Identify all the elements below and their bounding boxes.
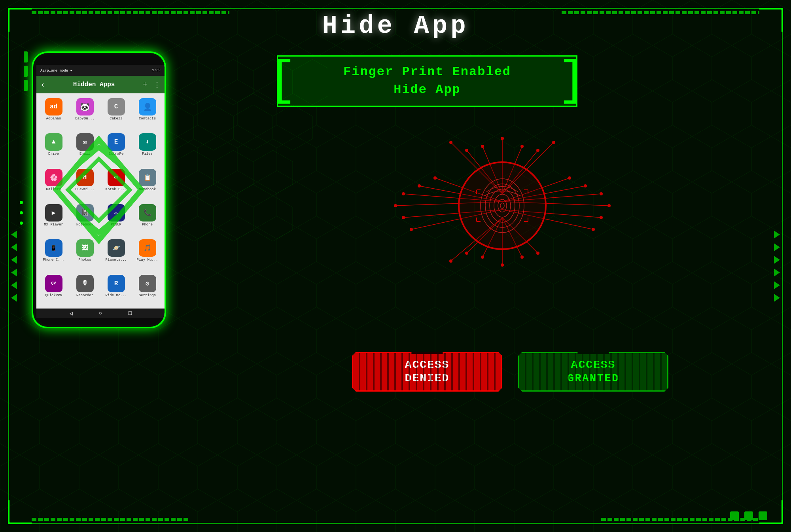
app-label: Planets... [105,258,127,262]
right-panel: Finger Print Enabled Hide App [245,44,759,399]
app-icon-penup: ✏ [108,204,125,222]
top-bar-left [32,11,229,14]
list-item[interactable]: ✏ PENUP [101,202,131,235]
list-item[interactable]: 🪐 Planets... [101,237,131,271]
phone-status-bar: Airplane mode ✈ 1:39 [36,65,165,76]
list-item[interactable]: C Cakezz [101,96,131,129]
phone-app-header: ‹ Hidden Apps + ⋮ [36,76,165,93]
list-item[interactable]: ad AdBanao [39,96,68,129]
svg-point-49 [536,252,539,255]
app-label: BabyBu... [75,117,95,121]
app-icon-notebook2: 📓 [76,204,94,222]
svg-point-39 [592,228,595,231]
fingerprint-visual [388,123,617,281]
app-icon-planets: 🪐 [108,239,125,257]
access-granted-text: ACCESS GRANTED [567,358,619,385]
list-item[interactable]: H Huawei... [70,167,100,200]
list-item[interactable]: 🌸 Gallery [39,167,68,200]
app-icon-babybu: 🐼 [76,98,94,115]
app-icon-extrape: E [108,133,125,151]
app-label: Recorder [76,293,93,297]
list-item[interactable]: QV QuickVPN [39,273,68,306]
list-item[interactable]: 📱 Phone C... [39,237,68,271]
app-label: Photos [78,258,91,262]
app-icon-phonec: 📱 [45,239,62,257]
app-label: QuickVPN [45,293,62,297]
status-right: 1:39 [152,68,161,72]
back-button[interactable]: ‹ [40,80,45,89]
app-label: Ride mo... [105,293,127,297]
svg-point-43 [394,204,397,207]
list-item[interactable]: ✉ Email [70,131,100,165]
bottom-dot-1 [730,511,739,520]
access-granted-badge: WARNING ACCESS GRANTED [518,352,668,392]
app-icon-contacts: 👤 [139,98,156,115]
access-badges: WARNING ACCESS DENIED WARNING ACCESS GRA… [261,352,759,392]
app-label: Gallery [46,187,61,191]
svg-point-30 [536,149,539,152]
nav-recent-icon[interactable]: □ [128,310,131,316]
svg-point-37 [607,204,611,207]
status-left: Airplane mode ✈ [40,68,72,73]
nav-back-icon[interactable]: ◁ [69,310,72,317]
app-icon-ridemo: R [108,275,125,292]
svg-point-27 [481,145,484,148]
app-icon-gallery: 🌸 [45,169,62,186]
list-item[interactable]: 👤 Contacts [132,96,162,129]
svg-point-51 [449,259,452,263]
list-item[interactable]: 📋 Notebook [132,167,162,200]
list-item[interactable]: ▲ Drive [39,131,68,165]
list-item[interactable]: R Ride mo... [101,273,131,306]
app-icon-mxplayer: ▶ [45,204,62,222]
app-icon-huawei: H [76,169,94,186]
app-label: Cakezz [110,117,122,121]
fp-text-line1: Finger Print Enabled [343,64,511,79]
list-item[interactable]: ⬇ Files [132,131,162,165]
list-item[interactable]: ▶ MX Player [39,202,68,235]
bottom-right-dots [730,511,767,520]
svg-point-48 [520,256,524,259]
svg-point-32 [465,149,468,152]
list-item[interactable]: 🎵 Play Mu... [132,237,162,271]
app-icon-quickvpn: QV [45,275,62,292]
list-item[interactable]: E ExtraPe [101,131,131,165]
bottom-dot-3 [759,511,767,520]
access-denied-container: WARNING ACCESS DENIED [352,352,502,392]
app-label: Settings [139,293,156,297]
app-label: Play Mu... [136,258,158,262]
app-label: Kotak B... [105,187,127,191]
app-icon-adbanao: ad [45,98,62,115]
svg-point-33 [449,141,452,144]
list-item[interactable]: 📓 Notebook [70,202,100,235]
svg-point-34 [568,176,571,180]
phone-screen: Airplane mode ✈ 1:39 ‹ Hidden Apps + ⋮ a… [36,65,165,318]
app-label: Phone [142,223,153,227]
app-icon-files: ⬇ [139,133,156,151]
list-item[interactable]: 🖼 Photos [70,237,100,271]
corner-tr [759,8,783,32]
add-button[interactable]: + [143,81,147,89]
hidden-apps-title: Hidden Apps [48,81,140,88]
svg-point-52 [459,162,546,249]
left-arrows [11,231,17,302]
menu-button[interactable]: ⋮ [153,80,161,89]
app-icon-notebook: 📋 [139,169,156,186]
right-arrows [774,231,780,302]
svg-point-38 [600,216,603,219]
list-item[interactable]: ⚙ Settings [132,273,162,306]
app-icon-settings: ⚙ [139,275,156,292]
access-denied-text: ACCESS DENIED [405,358,450,385]
warning-granted-label: WARNING [577,348,609,354]
access-granted-container: WARNING ACCESS GRANTED [518,352,668,392]
corner-tl [8,8,32,32]
list-item[interactable]: 🐼 BabyBu... [70,96,100,129]
nav-home-icon[interactable]: ○ [99,310,102,316]
list-item[interactable]: ∞ Kotak B... [101,167,131,200]
app-label: Phone C... [43,258,64,262]
list-item[interactable]: 📞 Phone [132,202,162,235]
svg-point-29 [520,145,524,148]
app-icon-drive: ▲ [45,133,62,151]
list-item[interactable]: 🎙 Recorder [70,273,100,306]
phone-mockup: Airplane mode ✈ 1:39 ‹ Hidden Apps + ⋮ a… [32,51,166,328]
svg-point-40 [433,176,437,180]
